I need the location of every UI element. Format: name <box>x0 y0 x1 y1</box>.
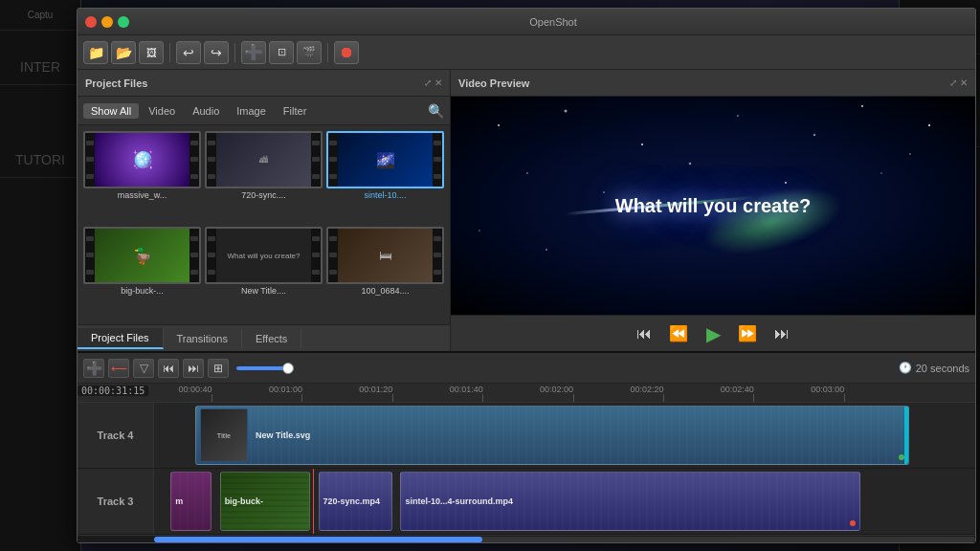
ruler-mark-240: 00:02:40 <box>753 394 754 402</box>
thumb-item-bigbuck[interactable]: 🦆 big-buck-... <box>83 227 201 319</box>
clip-red-dot <box>850 520 856 526</box>
snap-button[interactable]: ⊞ <box>208 359 229 378</box>
thumb-item-sintel[interactable]: 🌌 sintel-10.... <box>326 131 444 223</box>
window-title: OpenShot <box>139 16 968 28</box>
bg-label-capture: Captu <box>0 0 80 31</box>
clip-sintel[interactable]: sintel-10...4-surround.mp4 <box>400 472 859 531</box>
rewind-button[interactable]: ⏪ <box>665 321 692 346</box>
zoom-slider-container <box>236 366 294 370</box>
export-button[interactable]: 🎬 <box>297 41 322 64</box>
project-files-header: Project Files ⤢ ✕ <box>78 70 450 97</box>
filter-tabs-bar: Show All Video Audio Image Filter 🔍 <box>78 97 450 125</box>
svg-point-1 <box>565 110 568 113</box>
clip-720sync[interactable]: 720-sync.mp4 <box>319 472 392 531</box>
window-controls <box>85 16 129 28</box>
filter-search-icon[interactable]: 🔍 <box>428 103 444 119</box>
import-button[interactable]: 📂 <box>111 41 136 64</box>
ruler-mark-300: 00:03:00 <box>844 394 845 402</box>
svg-point-0 <box>498 124 500 126</box>
preview-header: Video Preview ⤢ ✕ <box>451 70 975 97</box>
bottom-tabs-bar: Project Files Transitions Effects <box>78 324 450 351</box>
svg-point-14 <box>546 249 547 251</box>
preview-title: Video Preview <box>458 77 529 89</box>
clip-cyan-edge <box>904 407 908 464</box>
main-window: OpenShot 📁 📂 🖼 ↩ ↪ ➕ ⊡ 🎬 ⏺ Project Files… <box>77 8 976 543</box>
preview-expand-icon[interactable]: ⤢ <box>949 77 957 88</box>
expand-icon[interactable]: ⤢ <box>424 77 432 88</box>
timeline-toolbar: ➕ ⟵ ▽ ⏮ ⏭ ⊞ 🕐 20 seconds <box>78 353 975 384</box>
thumb-item-720sync[interactable]: 🏙 720-sync.... <box>205 131 323 223</box>
close-panel-icon[interactable]: ✕ <box>434 77 442 88</box>
clip-bigbuck[interactable]: big-buck- <box>220 472 310 531</box>
track-3-content: m big-buck- 720-sync.mp4 <box>154 469 975 534</box>
thumb-label-massive: massive_w... <box>83 190 201 200</box>
remove-track-button[interactable]: ⊡ <box>269 41 294 64</box>
skip-to-end-button[interactable]: ⏭ <box>768 321 795 346</box>
preview-icons: ⤢ ✕ <box>949 77 968 88</box>
add-track-button[interactable]: ➕ <box>241 41 266 64</box>
svg-point-13 <box>479 230 480 231</box>
svg-point-7 <box>526 172 528 174</box>
remove-clip-button[interactable]: ⟵ <box>108 359 129 378</box>
svg-point-2 <box>641 143 643 145</box>
tab-filter[interactable]: Filter <box>276 103 314 119</box>
maximize-button[interactable] <box>118 16 129 28</box>
track-4-content: Title New Title.svg <box>154 403 975 468</box>
zoom-slider-thumb[interactable] <box>282 363 294 374</box>
ruler-mark-120: 00:01:20 <box>392 394 393 402</box>
svg-point-6 <box>909 153 911 155</box>
project-files-panel: Project Files ⤢ ✕ Show All Video Audio I… <box>78 70 451 351</box>
video-screen: What will you create? <box>451 97 975 315</box>
close-button[interactable] <box>85 16 97 28</box>
preview-close-icon[interactable]: ✕ <box>960 77 968 88</box>
jump-end-button[interactable]: ⏭ <box>183 359 204 378</box>
timeline-duration: 🕐 20 seconds <box>899 362 969 374</box>
video-preview-text: What will you create? <box>615 195 811 217</box>
thumbnails-grid: 🪩 massive_w... 🏙 <box>78 125 450 324</box>
svg-point-9 <box>689 163 692 165</box>
ruler-mark-40: 00:00:40 <box>212 394 212 402</box>
razor-button[interactable]: ▽ <box>133 359 154 378</box>
thumb-item-massive[interactable]: 🪩 massive_w... <box>83 131 201 223</box>
scrollbar-thumb[interactable] <box>154 537 482 542</box>
main-content-area: Project Files ⤢ ✕ Show All Video Audio I… <box>78 70 975 351</box>
svg-point-11 <box>880 172 881 173</box>
tab-project-files[interactable]: Project Files <box>78 328 164 349</box>
tab-video[interactable]: Video <box>141 103 183 119</box>
tab-transitions[interactable]: Transitions <box>164 329 242 348</box>
svg-point-12 <box>928 124 930 126</box>
jump-start-button[interactable]: ⏮ <box>158 359 179 378</box>
zoom-slider[interactable] <box>236 366 294 370</box>
thumb-item-100_0684[interactable]: 🛏 100_0684.... <box>326 227 444 319</box>
tab-effects[interactable]: Effects <box>242 329 301 348</box>
undo-button[interactable]: ↩ <box>176 41 201 64</box>
fast-forward-button[interactable]: ⏩ <box>734 321 761 346</box>
clock-icon: 🕐 <box>899 362 912 374</box>
tab-image[interactable]: Image <box>229 103 274 119</box>
thumb-label-sintel: sintel-10.... <box>326 190 444 200</box>
record-button[interactable]: ⏺ <box>334 41 359 64</box>
clip-bigbuck-label: big-buck- <box>225 496 264 506</box>
project-files-icons: ⤢ ✕ <box>424 77 442 88</box>
minimize-button[interactable] <box>101 16 113 28</box>
ruler-mark-140: 00:01:40 <box>482 394 483 402</box>
skip-to-start-button[interactable]: ⏮ <box>631 321 657 346</box>
clip-massive[interactable]: m <box>170 472 212 531</box>
playback-controls: ⏮ ⏪ ▶ ⏩ ⏭ <box>451 315 975 351</box>
open-project-button[interactable]: 📁 <box>83 41 108 64</box>
ruler-mark-220: 00:02:20 <box>663 394 664 402</box>
tab-show-all[interactable]: Show All <box>83 103 139 119</box>
svg-point-10 <box>785 182 787 184</box>
snapshot-button[interactable]: 🖼 <box>139 41 164 64</box>
toolbar-separator-3 <box>327 43 328 62</box>
timeline-tracks: Track 4 Title New Title.svg <box>78 403 975 535</box>
play-button[interactable]: ▶ <box>700 321 726 346</box>
thumb-item-newtitle[interactable]: What will you create? New Title.... <box>205 227 323 319</box>
redo-button[interactable]: ↪ <box>204 41 229 64</box>
tab-audio[interactable]: Audio <box>185 103 227 119</box>
thumb-label-newtitle: New Title.... <box>205 286 323 296</box>
add-clip-button[interactable]: ➕ <box>83 359 104 378</box>
bg-label-tuto: TUTORI <box>0 143 80 178</box>
timeline-section: ➕ ⟵ ▽ ⏮ ⏭ ⊞ 🕐 20 seconds 00:00:31:15 00:… <box>78 351 975 542</box>
clip-newtitle-svg[interactable]: Title New Title.svg <box>195 406 909 465</box>
